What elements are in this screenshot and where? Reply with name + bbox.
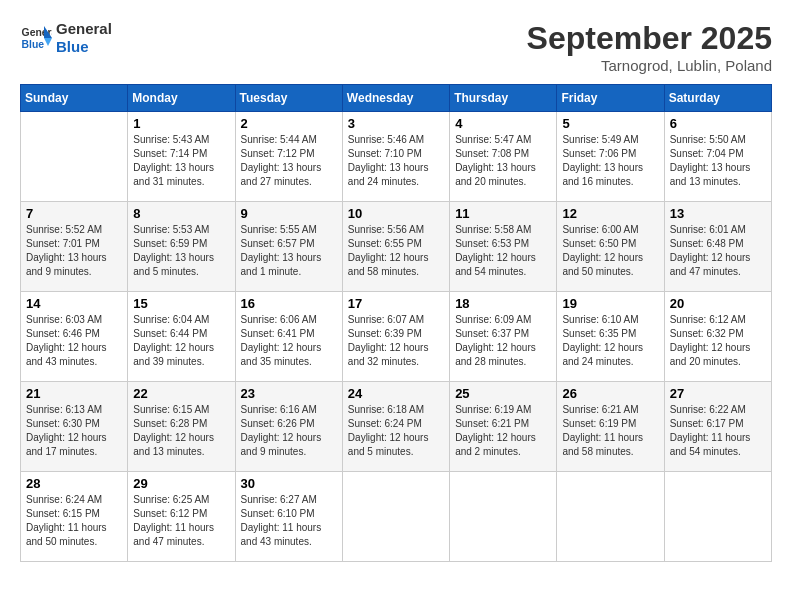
day-number: 4 [455, 116, 551, 131]
day-info: Sunrise: 6:01 AM Sunset: 6:48 PM Dayligh… [670, 223, 766, 279]
day-number: 8 [133, 206, 229, 221]
day-info: Sunrise: 6:15 AM Sunset: 6:28 PM Dayligh… [133, 403, 229, 459]
location-title: Tarnogrod, Lublin, Poland [527, 57, 772, 74]
day-number: 7 [26, 206, 122, 221]
day-info: Sunrise: 5:43 AM Sunset: 7:14 PM Dayligh… [133, 133, 229, 189]
day-number: 23 [241, 386, 337, 401]
day-info: Sunrise: 5:52 AM Sunset: 7:01 PM Dayligh… [26, 223, 122, 279]
day-info: Sunrise: 6:21 AM Sunset: 6:19 PM Dayligh… [562, 403, 658, 459]
calendar-cell: 9Sunrise: 5:55 AM Sunset: 6:57 PM Daylig… [235, 202, 342, 292]
day-info: Sunrise: 6:12 AM Sunset: 6:32 PM Dayligh… [670, 313, 766, 369]
day-info: Sunrise: 6:22 AM Sunset: 6:17 PM Dayligh… [670, 403, 766, 459]
calendar-cell [21, 112, 128, 202]
day-number: 25 [455, 386, 551, 401]
calendar-cell [557, 472, 664, 562]
calendar-cell: 13Sunrise: 6:01 AM Sunset: 6:48 PM Dayli… [664, 202, 771, 292]
day-number: 13 [670, 206, 766, 221]
calendar-cell: 21Sunrise: 6:13 AM Sunset: 6:30 PM Dayli… [21, 382, 128, 472]
day-number: 9 [241, 206, 337, 221]
month-title: September 2025 [527, 20, 772, 57]
calendar-cell: 15Sunrise: 6:04 AM Sunset: 6:44 PM Dayli… [128, 292, 235, 382]
calendar-cell: 20Sunrise: 6:12 AM Sunset: 6:32 PM Dayli… [664, 292, 771, 382]
day-number: 30 [241, 476, 337, 491]
calendar-cell: 30Sunrise: 6:27 AM Sunset: 6:10 PM Dayli… [235, 472, 342, 562]
calendar-cell: 16Sunrise: 6:06 AM Sunset: 6:41 PM Dayli… [235, 292, 342, 382]
svg-text:Blue: Blue [22, 39, 45, 50]
day-info: Sunrise: 6:03 AM Sunset: 6:46 PM Dayligh… [26, 313, 122, 369]
day-info: Sunrise: 6:27 AM Sunset: 6:10 PM Dayligh… [241, 493, 337, 549]
calendar-cell: 6Sunrise: 5:50 AM Sunset: 7:04 PM Daylig… [664, 112, 771, 202]
day-number: 24 [348, 386, 444, 401]
day-info: Sunrise: 5:46 AM Sunset: 7:10 PM Dayligh… [348, 133, 444, 189]
calendar-cell: 23Sunrise: 6:16 AM Sunset: 6:26 PM Dayli… [235, 382, 342, 472]
day-info: Sunrise: 5:50 AM Sunset: 7:04 PM Dayligh… [670, 133, 766, 189]
calendar-cell: 17Sunrise: 6:07 AM Sunset: 6:39 PM Dayli… [342, 292, 449, 382]
day-info: Sunrise: 6:25 AM Sunset: 6:12 PM Dayligh… [133, 493, 229, 549]
day-info: Sunrise: 6:07 AM Sunset: 6:39 PM Dayligh… [348, 313, 444, 369]
day-number: 15 [133, 296, 229, 311]
day-number: 20 [670, 296, 766, 311]
calendar-cell: 26Sunrise: 6:21 AM Sunset: 6:19 PM Dayli… [557, 382, 664, 472]
day-number: 1 [133, 116, 229, 131]
calendar-cell: 8Sunrise: 5:53 AM Sunset: 6:59 PM Daylig… [128, 202, 235, 292]
day-number: 3 [348, 116, 444, 131]
day-info: Sunrise: 6:06 AM Sunset: 6:41 PM Dayligh… [241, 313, 337, 369]
week-row-4: 21Sunrise: 6:13 AM Sunset: 6:30 PM Dayli… [21, 382, 772, 472]
week-row-5: 28Sunrise: 6:24 AM Sunset: 6:15 PM Dayli… [21, 472, 772, 562]
week-row-3: 14Sunrise: 6:03 AM Sunset: 6:46 PM Dayli… [21, 292, 772, 382]
calendar-cell: 11Sunrise: 5:58 AM Sunset: 6:53 PM Dayli… [450, 202, 557, 292]
day-info: Sunrise: 6:10 AM Sunset: 6:35 PM Dayligh… [562, 313, 658, 369]
calendar-cell: 22Sunrise: 6:15 AM Sunset: 6:28 PM Dayli… [128, 382, 235, 472]
day-info: Sunrise: 5:53 AM Sunset: 6:59 PM Dayligh… [133, 223, 229, 279]
calendar-table: SundayMondayTuesdayWednesdayThursdayFrid… [20, 84, 772, 562]
calendar-cell: 18Sunrise: 6:09 AM Sunset: 6:37 PM Dayli… [450, 292, 557, 382]
day-info: Sunrise: 5:44 AM Sunset: 7:12 PM Dayligh… [241, 133, 337, 189]
header-friday: Friday [557, 85, 664, 112]
week-row-2: 7Sunrise: 5:52 AM Sunset: 7:01 PM Daylig… [21, 202, 772, 292]
header-monday: Monday [128, 85, 235, 112]
day-number: 27 [670, 386, 766, 401]
day-info: Sunrise: 6:24 AM Sunset: 6:15 PM Dayligh… [26, 493, 122, 549]
day-number: 18 [455, 296, 551, 311]
calendar-cell: 24Sunrise: 6:18 AM Sunset: 6:24 PM Dayli… [342, 382, 449, 472]
header-sunday: Sunday [21, 85, 128, 112]
day-number: 10 [348, 206, 444, 221]
title-block: September 2025 Tarnogrod, Lublin, Poland [527, 20, 772, 74]
day-info: Sunrise: 6:16 AM Sunset: 6:26 PM Dayligh… [241, 403, 337, 459]
calendar-cell: 28Sunrise: 6:24 AM Sunset: 6:15 PM Dayli… [21, 472, 128, 562]
calendar-cell [342, 472, 449, 562]
calendar-cell: 19Sunrise: 6:10 AM Sunset: 6:35 PM Dayli… [557, 292, 664, 382]
header-saturday: Saturday [664, 85, 771, 112]
day-number: 28 [26, 476, 122, 491]
header-tuesday: Tuesday [235, 85, 342, 112]
header-wednesday: Wednesday [342, 85, 449, 112]
calendar-cell: 5Sunrise: 5:49 AM Sunset: 7:06 PM Daylig… [557, 112, 664, 202]
day-number: 29 [133, 476, 229, 491]
day-number: 21 [26, 386, 122, 401]
calendar-cell: 27Sunrise: 6:22 AM Sunset: 6:17 PM Dayli… [664, 382, 771, 472]
day-number: 16 [241, 296, 337, 311]
day-info: Sunrise: 6:04 AM Sunset: 6:44 PM Dayligh… [133, 313, 229, 369]
day-info: Sunrise: 5:49 AM Sunset: 7:06 PM Dayligh… [562, 133, 658, 189]
day-number: 14 [26, 296, 122, 311]
day-number: 6 [670, 116, 766, 131]
calendar-header-row: SundayMondayTuesdayWednesdayThursdayFrid… [21, 85, 772, 112]
calendar-cell: 14Sunrise: 6:03 AM Sunset: 6:46 PM Dayli… [21, 292, 128, 382]
page-header: General Blue GeneralBlue September 2025 … [20, 20, 772, 74]
calendar-cell: 25Sunrise: 6:19 AM Sunset: 6:21 PM Dayli… [450, 382, 557, 472]
day-info: Sunrise: 6:18 AM Sunset: 6:24 PM Dayligh… [348, 403, 444, 459]
logo: General Blue GeneralBlue [20, 20, 112, 56]
day-number: 19 [562, 296, 658, 311]
calendar-cell: 2Sunrise: 5:44 AM Sunset: 7:12 PM Daylig… [235, 112, 342, 202]
logo-icon: General Blue [20, 22, 52, 54]
day-info: Sunrise: 5:58 AM Sunset: 6:53 PM Dayligh… [455, 223, 551, 279]
day-info: Sunrise: 6:19 AM Sunset: 6:21 PM Dayligh… [455, 403, 551, 459]
calendar-cell: 4Sunrise: 5:47 AM Sunset: 7:08 PM Daylig… [450, 112, 557, 202]
day-number: 26 [562, 386, 658, 401]
day-info: Sunrise: 5:56 AM Sunset: 6:55 PM Dayligh… [348, 223, 444, 279]
calendar-cell [450, 472, 557, 562]
calendar-cell: 3Sunrise: 5:46 AM Sunset: 7:10 PM Daylig… [342, 112, 449, 202]
calendar-cell: 29Sunrise: 6:25 AM Sunset: 6:12 PM Dayli… [128, 472, 235, 562]
day-number: 11 [455, 206, 551, 221]
calendar-cell [664, 472, 771, 562]
